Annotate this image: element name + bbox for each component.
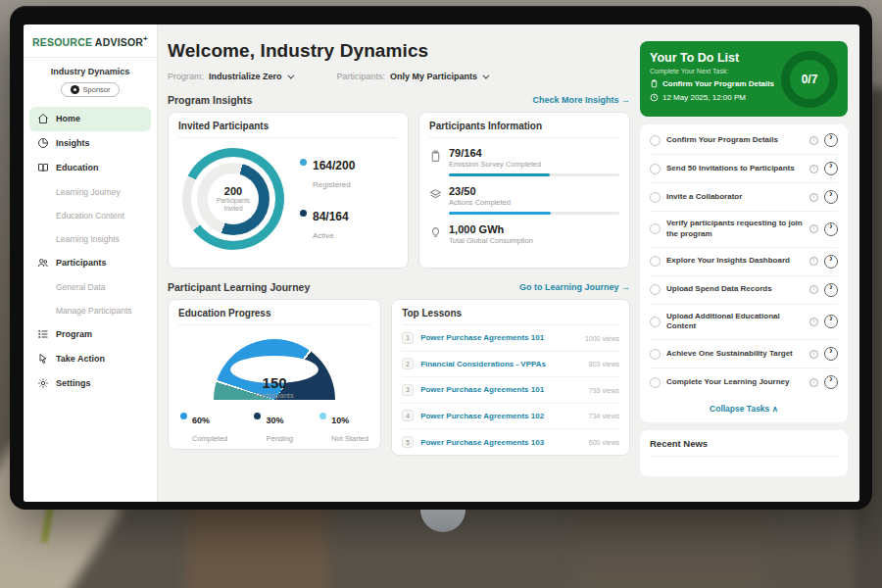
lesson-link[interactable]: Power Purchase Agreements 101: [420, 385, 580, 394]
insights-cards-row: Invited Participants 200 Participants In…: [168, 112, 630, 269]
info-icon[interactable]: [809, 224, 818, 233]
sidebar-item-general-data[interactable]: General Data: [29, 275, 151, 299]
info-icon[interactable]: [809, 193, 818, 202]
task-label: Invite a Collaborator: [666, 192, 804, 203]
todo-due-date: 12 May 2025, 12:00 PM: [650, 93, 775, 102]
task-checkbox[interactable]: [650, 377, 661, 388]
program-insights-title: Program Insights: [168, 94, 252, 106]
not-started-label: Not Started: [331, 434, 368, 443]
invited-participants-chart: 200 Participants Invited 164/200 Registe…: [178, 138, 398, 250]
info-icon[interactable]: [809, 136, 818, 145]
lesson-link[interactable]: Financial Considerations - VPPAs: [420, 360, 580, 368]
actions-completed-value: 23/50: [449, 185, 619, 197]
participants-dropdown[interactable]: Participants: Only My Participants: [337, 72, 488, 81]
info-icon[interactable]: [809, 318, 818, 326]
active-legend-item: 84/164 Active: [300, 207, 355, 242]
task-open-button[interactable]: [824, 255, 838, 269]
task-open-button[interactable]: [824, 190, 838, 204]
sidebar-item-learning-insights[interactable]: Learning Insights: [29, 227, 151, 251]
program-label: Program:: [168, 72, 204, 81]
check-more-insights-link[interactable]: Check More Insights →: [532, 95, 630, 105]
participants-donut-chart: 200 Participants Invited: [182, 148, 284, 250]
task-row: Complete Your Learning Journey: [650, 368, 838, 396]
task-open-button[interactable]: [824, 222, 838, 236]
emission-survey-label: Emission Survey Completed: [449, 160, 619, 169]
sidebar-item-label: Take Action: [56, 354, 105, 364]
logo-plus: +: [143, 34, 148, 43]
lesson-link[interactable]: Power Purchase Agreements 103: [420, 438, 580, 447]
home-icon: [37, 113, 49, 124]
todo-title: Your To Do List: [650, 51, 775, 65]
info-icon[interactable]: [809, 285, 818, 294]
task-open-button[interactable]: [824, 375, 838, 389]
global-consumption-label: Total Global Consumption: [449, 236, 619, 245]
sidebar-item-participants[interactable]: Participants: [29, 251, 151, 275]
lesson-views: 734views: [587, 411, 619, 420]
todo-subtitle: Complete Your Next Task:: [650, 68, 775, 74]
settings-icon: [37, 377, 49, 389]
sidebar-item-learning-journey[interactable]: Learning Journey: [29, 180, 151, 204]
info-icon[interactable]: [809, 257, 818, 266]
sidebar-item-insights[interactable]: Insights: [29, 131, 151, 156]
pending-pct: 30%: [266, 416, 283, 425]
info-icon[interactable]: [809, 350, 818, 359]
task-open-button[interactable]: [824, 347, 838, 361]
info-icon[interactable]: [809, 165, 818, 173]
education-progress-title: Education Progress: [178, 308, 370, 325]
task-open-button[interactable]: [824, 162, 838, 175]
task-open-button[interactable]: [824, 133, 838, 147]
logo-advisor: ADVISOR: [95, 36, 143, 48]
task-checkbox[interactable]: [650, 223, 661, 234]
task-label: Verify participants requesting to join t…: [666, 219, 804, 240]
go-to-learning-journey-link[interactable]: Go to Learning Journey →: [519, 282, 630, 292]
pending-dot-icon: [254, 413, 261, 419]
learning-journey-header: Participant Learning Journey Go to Learn…: [168, 281, 630, 293]
registered-dot-icon: [300, 159, 307, 166]
education-icon: [37, 162, 49, 173]
program-dropdown[interactable]: Program: Industrialize Zero: [168, 72, 292, 81]
lesson-link[interactable]: Power Purchase Agreements 101: [420, 333, 576, 342]
sidebar: RESOURCE ADVISOR+ Industry Dynamics Spon…: [24, 24, 158, 502]
task-row: Send 50 Invitations to Participants: [650, 155, 838, 183]
task-checkbox[interactable]: [650, 192, 661, 203]
sidebar-item-education[interactable]: Education: [29, 156, 151, 180]
task-label: Explore Your Insights Dashboard: [666, 256, 804, 267]
chevron-down-icon: [287, 72, 294, 78]
todo-next-task: Confirm Your Program Details: [650, 79, 775, 88]
take-action-icon: [37, 353, 49, 365]
recent-news-card: Recent News: [640, 430, 848, 476]
collapse-tasks-link[interactable]: Collapse Tasks ∧: [650, 396, 838, 418]
task-checkbox[interactable]: [650, 164, 661, 174]
sidebar-item-education-content[interactable]: Education Content: [29, 204, 151, 227]
monitor-bezel: RESOURCE ADVISOR+ Industry Dynamics Spon…: [10, 6, 872, 510]
invited-participants-title: Invited Participants: [178, 121, 398, 138]
insights-icon: [37, 137, 49, 149]
sponsor-icon: [71, 85, 79, 94]
lesson-views: 1000views: [583, 333, 619, 343]
info-icon[interactable]: [809, 378, 818, 387]
lesson-link[interactable]: Power Purchase Agreements 102: [420, 412, 580, 420]
sidebar-item-program[interactable]: Program: [29, 322, 151, 347]
task-open-button[interactable]: [824, 315, 838, 328]
completed-label: Completed: [192, 434, 227, 443]
recent-news-title: Recent News: [650, 438, 838, 457]
sidebar-nav: Home Insights Education Learning Journey: [24, 107, 157, 396]
task-checkbox[interactable]: [650, 256, 661, 267]
task-checkbox[interactable]: [650, 317, 661, 327]
task-checkbox[interactable]: [650, 135, 661, 146]
participants-information-title: Participants Information: [429, 121, 619, 138]
sidebar-item-manage-participants[interactable]: Manage Participants: [29, 299, 151, 322]
gauge-center-value: 150: [214, 374, 335, 391]
sidebar-item-home[interactable]: Home: [29, 107, 151, 131]
task-open-button[interactable]: [824, 283, 838, 297]
sidebar-item-label: Home: [56, 114, 80, 123]
global-consumption-value: 1,000 GWh: [449, 223, 619, 235]
task-row: Upload Additional Educational Content: [650, 305, 838, 341]
global-consumption-stat: 1,000 GWh Total Global Consumption: [429, 223, 619, 245]
task-checkbox[interactable]: [650, 284, 661, 295]
sidebar-item-settings[interactable]: Settings: [29, 371, 151, 396]
emission-survey-progressbar: [449, 173, 619, 176]
sidebar-item-take-action[interactable]: Take Action: [29, 347, 151, 371]
task-label: Upload Spend Data Records: [666, 284, 804, 295]
task-checkbox[interactable]: [650, 349, 661, 360]
